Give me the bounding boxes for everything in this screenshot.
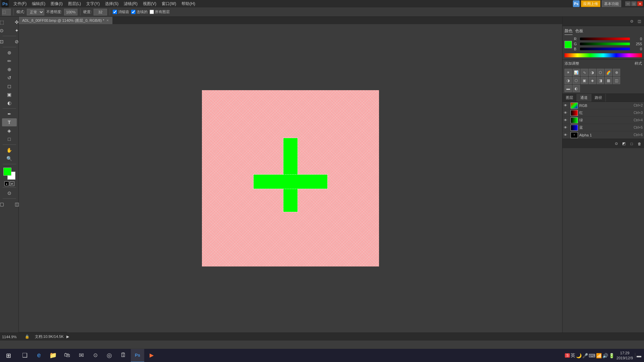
antialiasing-checkbox[interactable] — [113, 10, 117, 14]
zoom-tool[interactable]: 🔍 — [2, 155, 17, 163]
selective-color-adj[interactable]: ◐ — [573, 85, 580, 92]
bw-adj[interactable]: ◑ — [565, 77, 572, 84]
opacity-input[interactable] — [64, 9, 77, 15]
store-btn[interactable]: 🛍 — [60, 349, 74, 362]
tab-layers[interactable]: 图层 — [562, 94, 577, 102]
ps-canvas[interactable] — [202, 90, 379, 266]
app6-btn[interactable]: ◎ — [103, 349, 116, 362]
shape-tool[interactable]: □ — [2, 135, 17, 143]
spot-healing-tool[interactable]: ⊛ — [2, 49, 17, 57]
delete-channel-btn[interactable]: 🗑 — [636, 140, 643, 147]
gradient-tool[interactable]: ▣ — [2, 90, 17, 99]
show-desktop-btn[interactable]: ▬ — [635, 353, 641, 358]
path-select-tool[interactable]: ◈ — [2, 127, 17, 135]
mode-select[interactable]: 正常 — [27, 9, 44, 15]
menu-help[interactable]: 帮助(H) — [179, 0, 198, 7]
chrome-btn[interactable]: ⊙ — [89, 349, 102, 362]
rt-icon-2[interactable]: ◫ — [636, 18, 643, 25]
eraser-tool[interactable]: ◻ — [2, 82, 17, 90]
crop-tool[interactable]: ⊡ — [0, 38, 9, 46]
maximize-btn[interactable]: □ — [631, 1, 637, 6]
colorbalance-adj[interactable]: ⊕ — [613, 69, 620, 76]
hand-tool[interactable]: ✋ — [2, 146, 17, 154]
channelmixer-adj[interactable]: ▣ — [581, 77, 588, 84]
g-slider[interactable] — [580, 43, 630, 45]
basic-function-btn[interactable]: 基本功能 — [602, 0, 621, 7]
tray-icon1[interactable]: 🌙 — [576, 353, 582, 358]
lasso-tool[interactable]: ⊙ — [0, 26, 9, 35]
win-clock[interactable]: 17:29 2019/12/9 — [616, 351, 633, 360]
curves-adj[interactable]: ∿ — [581, 69, 588, 76]
menu-text[interactable]: 文字(Y) — [84, 0, 102, 7]
r-slider[interactable] — [580, 38, 630, 40]
photoshop-btn[interactable]: Ps — [131, 349, 144, 362]
menu-window[interactable]: 窗口(W) — [159, 0, 179, 7]
move-tool[interactable]: ✜ — [9, 18, 24, 26]
mail-btn[interactable]: ✉ — [74, 349, 88, 362]
hsl-adj[interactable]: 🌈 — [605, 69, 612, 76]
all-layers-checkbox[interactable] — [150, 10, 154, 14]
load-channel-btn[interactable]: ⊙ — [613, 140, 620, 147]
tab-channels[interactable]: 通道 — [577, 94, 591, 102]
brightness-adj[interactable]: ☀ — [565, 69, 572, 76]
blur-tool[interactable]: ◐ — [2, 99, 17, 107]
start-button[interactable]: ⊞ — [0, 349, 17, 362]
rectangular-marquee-tool[interactable]: ⬚ — [0, 18, 9, 26]
menu-file[interactable]: 文件(F) — [11, 0, 29, 7]
threshold-adj[interactable]: ◫ — [613, 77, 620, 84]
visibility-icon-blue[interactable]: 👁 — [564, 126, 569, 129]
brush-tool[interactable]: ✏ — [2, 57, 17, 65]
visibility-icon-red[interactable]: 👁 — [564, 111, 569, 115]
doc-tab-active[interactable]: ADL_8_00FF00.bmp @ 1140% (图层_0, RGB/8) *… — [19, 17, 113, 24]
contiguous-checkbox[interactable] — [131, 10, 136, 14]
menu-edit[interactable]: 编辑(E) — [29, 0, 48, 7]
visibility-icon-alpha1[interactable]: 👁 — [564, 133, 569, 137]
exposure-adj[interactable]: ◑ — [589, 69, 596, 76]
battery-icon[interactable]: 🔋 — [609, 353, 614, 358]
menu-filter[interactable]: 滤镜(R) — [121, 0, 140, 7]
levels-adj[interactable]: 📊 — [573, 69, 580, 76]
channel-alpha1[interactable]: 👁 + Alpha 1 Ctrl+6 — [562, 131, 644, 139]
app7-btn[interactable]: 🗓 — [117, 349, 130, 362]
pen-tool[interactable]: ✒ — [2, 110, 17, 118]
menu-image[interactable]: 图像(I) — [48, 0, 65, 7]
photofilter-adj[interactable]: ⬡ — [573, 77, 580, 84]
text-tool[interactable]: T — [2, 118, 17, 126]
visibility-icon-green[interactable]: 👁 — [564, 118, 569, 122]
doc-tab-close[interactable]: ✕ — [106, 19, 109, 22]
volume-icon[interactable]: 🔊 — [602, 353, 608, 358]
sogou-icon[interactable]: S — [565, 353, 570, 358]
minimize-btn[interactable]: ─ — [625, 1, 631, 6]
expand-arrow[interactable]: ▶ — [66, 335, 69, 339]
lang-icon[interactable]: 英 — [571, 353, 575, 359]
rt-icon-1[interactable]: ⊙ — [628, 18, 635, 25]
save-selection-btn[interactable]: ◩ — [621, 140, 627, 147]
channel-blue[interactable]: 👁 蓝 Ctrl+5 — [562, 124, 644, 131]
visibility-icon-rgb[interactable]: 👁 — [564, 104, 569, 107]
gradient-map-adj[interactable]: ▬ — [565, 85, 572, 92]
b-slider[interactable] — [580, 48, 630, 50]
colorlookup-adj[interactable]: ◈ — [589, 77, 596, 84]
eyedropper-tool[interactable]: ⊘ — [9, 38, 24, 46]
taskview-btn[interactable]: ❑ — [18, 349, 32, 362]
channel-rgb[interactable]: 👁 RGB Ctrl+2 — [562, 102, 644, 109]
frame-mode-btn[interactable]: ◫ — [9, 200, 24, 208]
explorer-btn[interactable]: 📁 — [46, 349, 60, 362]
invert-adj[interactable]: ◨ — [597, 77, 604, 84]
new-channel-btn[interactable]: □ — [628, 140, 635, 147]
upload-btn[interactable]: 应用上传 — [581, 0, 600, 7]
menu-layer[interactable]: 图层(L) — [65, 0, 84, 7]
screen-mode-btn[interactable]: ▢ — [0, 200, 9, 208]
app9-btn[interactable]: ▶ — [145, 349, 158, 362]
posterize-adj[interactable]: ▦ — [605, 77, 612, 84]
spectrum-bar[interactable] — [565, 53, 642, 57]
brush-preset-btn[interactable]: ⬚ — [2, 9, 11, 15]
menu-view[interactable]: 视图(V) — [140, 0, 159, 7]
history-brush-tool[interactable]: ↺ — [2, 74, 17, 82]
menu-select[interactable]: 选择(S) — [102, 0, 121, 7]
tab-paths[interactable]: 路径 — [591, 94, 606, 102]
mic-icon[interactable]: 🎤 — [582, 353, 588, 358]
close-btn[interactable]: ✕ — [637, 1, 643, 6]
swap-colors-btn[interactable]: ⇌ — [10, 181, 14, 186]
network-icon[interactable]: 📶 — [596, 353, 602, 358]
